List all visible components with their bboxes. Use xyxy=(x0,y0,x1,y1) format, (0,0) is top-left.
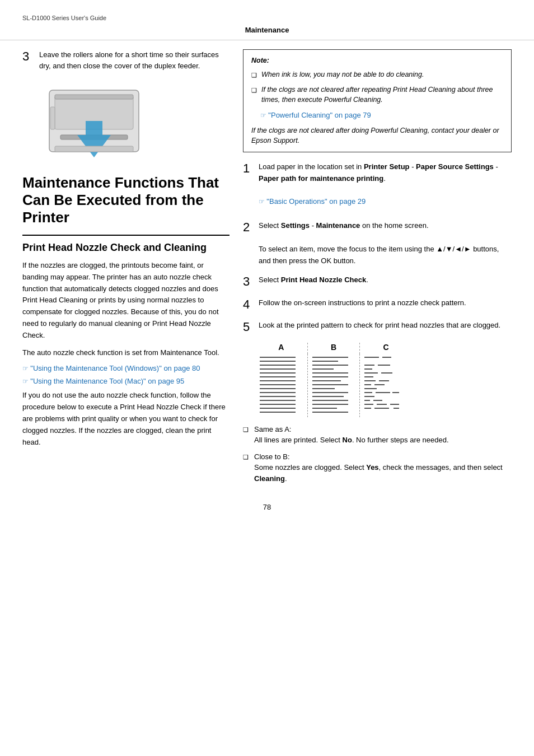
section-divider xyxy=(22,235,229,236)
diagram-label-c: C xyxy=(360,343,412,354)
right-step-1-bold2: Paper Source Settings xyxy=(416,162,494,171)
note-box: Note: When ink is low, you may not be ab… xyxy=(243,49,512,152)
right-step-3-text: Select Print Head Nozzle Check. xyxy=(259,274,368,289)
diagram-col-b xyxy=(307,354,360,417)
right-step-2-number: 2 xyxy=(243,220,253,267)
note-item-2: If the clogs are not cleared after repea… xyxy=(251,85,503,106)
page: SL-D1000 Series User's Guide Maintenance… xyxy=(0,0,534,756)
link-maintenance-windows[interactable]: "Using the Maintenance Tool (Windows)" o… xyxy=(22,364,229,372)
nozzle-diagram: A B C xyxy=(255,343,512,417)
right-step-3-number: 3 xyxy=(243,274,253,289)
note-title: Note: xyxy=(251,55,503,66)
right-column: Note: When ink is low, you may not be ab… xyxy=(243,49,512,489)
diagram-label-row: A B C xyxy=(255,343,412,354)
diagram-label-b: B xyxy=(307,343,360,354)
right-step-3: 3 Select Print Head Nozzle Check. xyxy=(243,274,512,289)
bullet-no-bold: No xyxy=(343,436,352,444)
svg-rect-4 xyxy=(50,107,55,129)
right-step-2: 2 Select Settings - Maintenance on the h… xyxy=(243,220,512,267)
right-step-5-number: 5 xyxy=(243,320,253,334)
main-content: 3 Leave the rollers alone for a short ti… xyxy=(0,49,534,489)
link-maintenance-mac[interactable]: "Using the Maintenance Tool (Mac)" on pa… xyxy=(22,377,229,385)
right-step-2-bold1: Settings xyxy=(281,221,310,230)
note-item-1: When ink is low, you may not be able to … xyxy=(251,69,503,80)
right-step-4-number: 4 xyxy=(243,297,253,312)
bullet-close-to-b: Close to B:Some nozzles are clogged. Sel… xyxy=(243,451,512,484)
right-step-5-text: Look at the printed pattern to check for… xyxy=(259,320,500,334)
svg-rect-2 xyxy=(55,95,133,99)
body-text-3: If you do not use the auto nozzle check … xyxy=(22,390,229,448)
right-step-1-bold3: Paper path for maintenance printing xyxy=(259,174,383,183)
right-step-4: 4 Follow the on-screen instructions to p… xyxy=(243,297,512,312)
step-3-text: Leave the rollers alone for a short time… xyxy=(39,49,229,71)
diagram-col-c xyxy=(360,354,412,417)
body-text-2: The auto nozzle check function is set fr… xyxy=(22,347,229,359)
right-step-3-bold: Print Head Nozzle Check xyxy=(281,276,366,284)
right-step-1-text-plain: Load paper in the location set in xyxy=(259,162,364,171)
main-heading: Maintenance Functions That Can Be Execut… xyxy=(22,174,229,227)
step-3-block: 3 Leave the rollers alone for a short ti… xyxy=(22,49,229,71)
page-number: 78 xyxy=(0,503,534,517)
note-additional-text: If the clogs are not cleared after doing… xyxy=(251,125,503,147)
diagram-table: A B C xyxy=(255,343,412,417)
right-step-1-link[interactable]: "Basic Operations" on page 29 xyxy=(259,196,512,208)
right-step-2-sub: To select an item, move the focus to the… xyxy=(259,245,499,265)
right-step-1: 1 Load paper in the location set in Prin… xyxy=(243,161,512,212)
note-list: When ink is low, you may not be able to … xyxy=(251,69,503,105)
right-step-2-bold2: Maintenance xyxy=(316,221,360,230)
left-column: 3 Leave the rollers alone for a short ti… xyxy=(22,49,229,489)
right-step-1-text: Load paper in the location set in Printe… xyxy=(259,161,512,212)
svg-rect-6 xyxy=(55,146,133,152)
diagram-lines-row xyxy=(255,354,412,417)
body-text-1: If the nozzles are clogged, the printout… xyxy=(22,260,229,342)
right-step-2-text: Select Settings - Maintenance on the hom… xyxy=(259,220,512,267)
bullet-yes-bold: Yes xyxy=(366,463,378,472)
step-3-number: 3 xyxy=(22,49,34,71)
diagram-label-a: A xyxy=(255,343,307,354)
printer-image xyxy=(38,79,150,169)
right-step-1-bold1: Printer Setup xyxy=(364,162,410,171)
note-powerful-cleaning-link[interactable]: "Powerful Cleaning" on page 79 xyxy=(260,110,503,121)
section-title: Maintenance xyxy=(0,21,534,40)
bullet-same-as-a: Same as A:All lines are printed. Select … xyxy=(243,424,512,446)
right-step-4-text: Follow the on-screen instructions to pri… xyxy=(259,297,466,312)
top-label: SL-D1000 Series User's Guide xyxy=(0,11,534,21)
diagram-col-a xyxy=(255,354,307,417)
sub-heading: Print Head Nozzle Check and Cleaning xyxy=(22,241,229,254)
right-step-5: 5 Look at the printed pattern to check f… xyxy=(243,320,512,334)
right-step-1-number: 1 xyxy=(243,161,253,212)
bullet-cleaning-bold: Cleaning xyxy=(254,474,285,483)
